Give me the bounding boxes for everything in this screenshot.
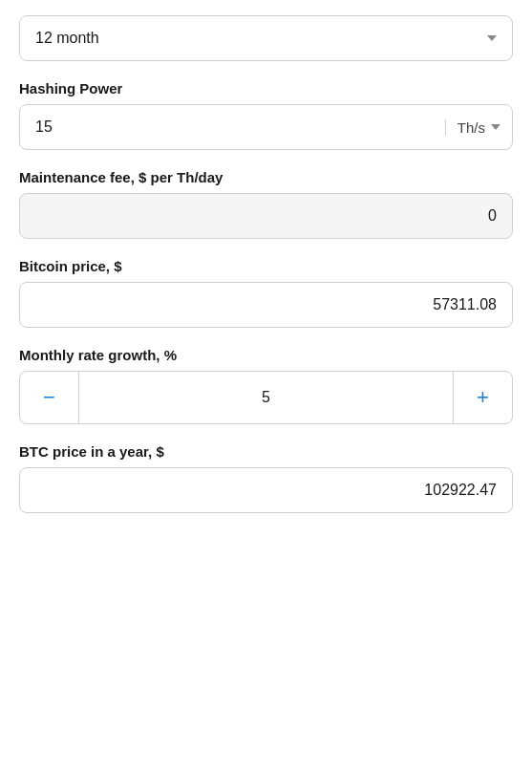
increment-button[interactable]: + [453,372,512,423]
bitcoin-price-group: Bitcoin price, $ 57311.08 [19,258,513,328]
bitcoin-price-value: 57311.08 [20,283,512,327]
maintenance-fee-group: Maintenance fee, $ per Th/day 0 [19,169,513,239]
btc-price-year-value: 102922.47 [20,468,512,512]
decrement-button[interactable]: − [20,372,79,423]
maintenance-fee-input-box: 0 [19,193,513,239]
maintenance-fee-value: 0 [20,194,512,238]
hashing-power-group: Hashing Power Th/s [19,80,513,150]
chevron-down-icon [491,124,500,130]
duration-value: 12 month [35,30,99,47]
duration-group: 12 month [19,15,513,61]
bitcoin-price-label: Bitcoin price, $ [19,258,513,274]
monthly-rate-value: 5 [79,372,453,423]
monthly-rate-label: Monthly rate growth, % [19,347,513,363]
hashing-power-input[interactable] [20,105,445,149]
maintenance-fee-label: Maintenance fee, $ per Th/day [19,169,513,185]
hashing-power-input-box: Th/s [19,104,513,150]
hashing-power-label: Hashing Power [19,80,513,97]
btc-price-year-input-box: 102922.47 [19,467,513,513]
monthly-rate-group: Monthly rate growth, % − 5 + [19,347,513,424]
btc-price-year-group: BTC price in a year, $ 102922.47 [19,443,513,513]
hashing-unit-select[interactable]: Th/s [445,119,512,136]
btc-price-year-label: BTC price in a year, $ [19,443,513,460]
bitcoin-price-input-box: 57311.08 [19,282,513,328]
duration-dropdown[interactable]: 12 month [19,15,513,61]
hashing-unit-value: Th/s [458,119,485,136]
monthly-rate-stepper: − 5 + [19,371,513,424]
chevron-down-icon [487,35,497,41]
